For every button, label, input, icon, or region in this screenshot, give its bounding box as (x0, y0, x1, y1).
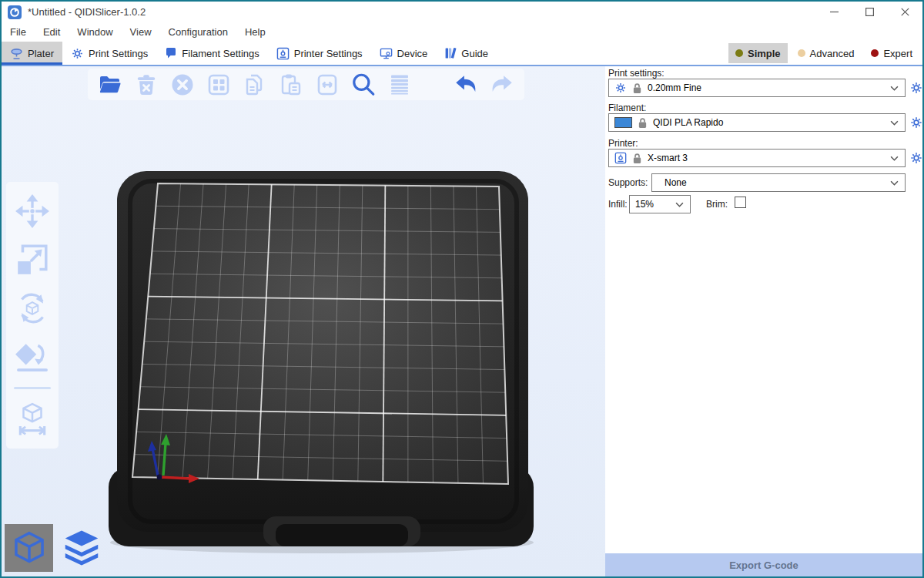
menu-view[interactable]: View (122, 22, 160, 42)
arrange-grid-icon (206, 72, 231, 97)
app-logo-icon (8, 5, 22, 19)
open-file-button[interactable] (97, 72, 123, 98)
variable-layer-height-button[interactable] (387, 72, 413, 98)
search-icon (350, 72, 377, 98)
print-settings-label: Print settings: (608, 68, 665, 79)
printer-value: X-smart 3 (648, 153, 688, 163)
preview-layers-view-button[interactable] (57, 524, 105, 572)
menu-configuration[interactable]: Configuration (160, 22, 236, 42)
tab-guide[interactable]: Guide (436, 42, 497, 65)
advanced-mode-dot-icon (798, 49, 805, 57)
minimize-button[interactable] (816, 2, 852, 22)
infill-combo[interactable]: 15% (629, 195, 691, 213)
guide-books-icon (444, 47, 457, 59)
filament-combo[interactable]: QIDI PLA Rapido (608, 113, 906, 132)
tab-printer-settings[interactable]: Printer Settings (268, 42, 371, 65)
supports-label: Supports: (608, 177, 648, 188)
delete-all-button[interactable] (169, 72, 196, 98)
copy-icon (243, 72, 267, 97)
gear-icon (614, 82, 627, 94)
maximize-icon (865, 8, 874, 16)
object-toolbar (88, 69, 524, 100)
paste-clipboard-icon (279, 72, 303, 97)
brim-checkbox[interactable] (735, 197, 746, 208)
infill-value: 15% (635, 199, 654, 210)
window-title: *Untitled - QIDISlicer-1.0.2 (28, 6, 146, 18)
redo-button[interactable] (489, 72, 515, 98)
mode-switcher: Simple Advanced Expert (728, 42, 922, 65)
export-gcode-button[interactable]: Export G-code (605, 553, 922, 576)
gear-icon (909, 116, 923, 129)
split-arrows-icon (315, 72, 340, 97)
maximize-button[interactable] (852, 2, 887, 22)
cube-3d-view-icon (12, 531, 46, 565)
3d-editor-view-button[interactable] (5, 524, 53, 572)
mode-expert-label: Expert (883, 48, 912, 59)
split-button[interactable] (314, 72, 340, 98)
move-icon (15, 193, 50, 229)
menu-bar: File Edit Window View Configuration Help (2, 22, 922, 42)
print-settings-gear-icon (71, 47, 84, 60)
tab-print-settings[interactable]: Print Settings (62, 42, 156, 65)
lock-icon (632, 153, 642, 164)
printer-icon (614, 152, 627, 164)
print-settings-combo[interactable]: 0.20mm Fine (608, 79, 906, 97)
tab-plater[interactable]: Plater (2, 42, 62, 65)
gear-icon (909, 151, 923, 165)
arrange-button[interactable] (206, 72, 232, 98)
menu-file[interactable]: File (2, 22, 35, 42)
scale-icon (15, 242, 50, 277)
supports-combo[interactable]: None (651, 173, 906, 192)
expert-mode-dot-icon (871, 49, 879, 57)
printer-combo[interactable]: X-smart 3 (608, 149, 906, 167)
tab-bar: Plater Print Settings Filament Settings … (2, 42, 922, 66)
plater-icon (10, 47, 23, 60)
mode-simple[interactable]: Simple (728, 43, 788, 63)
title-bar: *Untitled - QIDISlicer-1.0.2 (2, 2, 922, 22)
filament-settings-icon (165, 47, 177, 59)
lock-icon (638, 117, 648, 129)
move-tool-button[interactable] (14, 193, 51, 230)
rotate-tool-button[interactable] (14, 290, 51, 327)
open-folder-icon (98, 72, 122, 97)
search-button[interactable] (350, 72, 377, 98)
app-window: *Untitled - QIDISlicer-1.0.2 File Edit W… (0, 0, 924, 578)
delete-all-circle-icon (170, 72, 195, 97)
menu-help[interactable]: Help (236, 22, 274, 42)
menu-window[interactable]: Window (69, 22, 121, 42)
undo-button[interactable] (453, 72, 479, 98)
tab-filament-settings[interactable]: Filament Settings (156, 42, 267, 65)
layers-preview-icon (62, 529, 101, 567)
mode-advanced-label: Advanced (810, 48, 855, 59)
tab-guide-label: Guide (461, 48, 488, 59)
measure-tool-button[interactable] (14, 401, 51, 438)
close-icon (901, 8, 909, 16)
gizmo-toolbar (6, 182, 59, 449)
copy-button[interactable] (242, 72, 268, 98)
filament-gear-button[interactable] (909, 115, 924, 130)
chevron-down-icon (890, 180, 905, 186)
tab-device[interactable]: Device (371, 42, 437, 65)
3d-viewport[interactable] (2, 66, 605, 576)
print-settings-gear-button[interactable] (909, 80, 924, 96)
delete-button[interactable] (133, 72, 159, 98)
gear-icon (909, 81, 923, 95)
menu-edit[interactable]: Edit (35, 22, 69, 42)
printer-bed (2, 66, 605, 576)
lock-icon (632, 82, 642, 94)
scale-tool-button[interactable] (14, 241, 51, 278)
chevron-down-icon (890, 156, 905, 161)
mode-advanced[interactable]: Advanced (791, 43, 862, 63)
printer-label: Printer: (608, 138, 638, 149)
minimize-icon (830, 8, 839, 16)
paste-button[interactable] (278, 72, 304, 98)
printer-gear-button[interactable] (909, 150, 924, 166)
view-mode-toggles (5, 524, 105, 572)
supports-value: None (665, 177, 687, 188)
rotate-icon (15, 291, 50, 326)
mode-expert[interactable]: Expert (864, 43, 919, 63)
trash-delete-icon (135, 73, 158, 96)
close-button[interactable] (887, 2, 922, 22)
place-on-face-tool-button[interactable] (14, 338, 51, 375)
tab-print-settings-label: Print Settings (89, 48, 148, 59)
